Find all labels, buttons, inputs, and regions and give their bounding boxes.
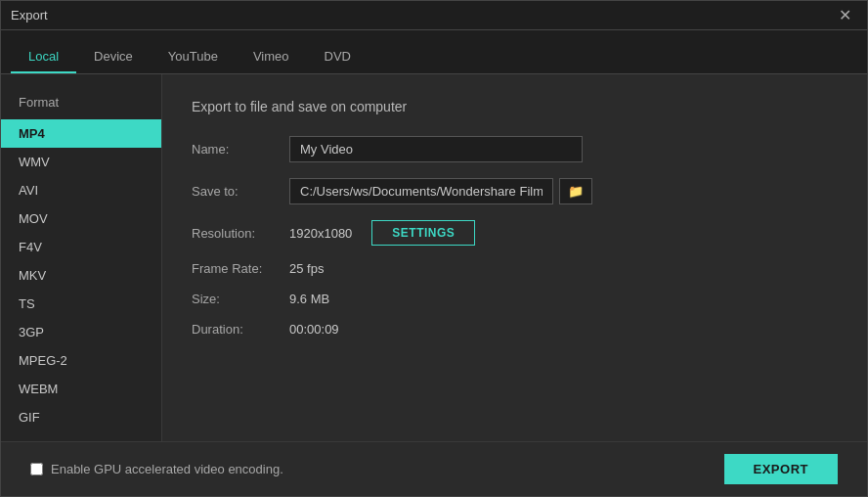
tab-youtube[interactable]: YouTube <box>151 41 236 73</box>
frame-rate-row: Frame Rate: 25 fps <box>192 261 838 276</box>
duration-value: 00:00:09 <box>289 322 339 337</box>
folder-icon: 📁 <box>568 184 584 199</box>
tab-local[interactable]: Local <box>11 41 76 73</box>
path-input[interactable] <box>289 178 553 204</box>
path-row: 📁 <box>289 178 592 204</box>
tab-bar: Local Device YouTube Vimeo DVD <box>1 30 867 74</box>
sidebar-item-ts[interactable]: TS <box>1 290 161 318</box>
main-title: Export to file and save on computer <box>192 99 838 114</box>
duration-label: Duration: <box>192 322 289 337</box>
bottom-bar: Enable GPU accelerated video encoding. E… <box>1 441 867 496</box>
sidebar-item-mpeg2[interactable]: MPEG-2 <box>1 346 161 375</box>
sidebar-item-mp4[interactable]: MP4 <box>1 119 161 148</box>
sidebar-item-f4v[interactable]: F4V <box>1 233 161 261</box>
name-row: Name: <box>192 136 838 162</box>
resolution-label: Resolution: <box>192 226 289 241</box>
sidebar-item-mp3[interactable]: MP3 <box>1 431 161 441</box>
title-bar: Export ✕ <box>1 1 867 30</box>
size-label: Size: <box>192 292 289 306</box>
main-content: Export to file and save on computer Name… <box>162 74 867 441</box>
resolution-row: Resolution: 1920x1080 SETTINGS <box>192 220 838 246</box>
export-window: Export ✕ Local Device YouTube Vimeo DVD … <box>0 0 868 497</box>
tab-device[interactable]: Device <box>76 41 151 73</box>
duration-row: Duration: 00:00:09 <box>192 322 838 337</box>
sidebar-item-avi[interactable]: AVI <box>1 176 161 204</box>
size-value: 9.6 MB <box>289 292 329 306</box>
gpu-label: Enable GPU accelerated video encoding. <box>51 462 283 476</box>
format-sidebar: Format MP4 WMV AVI MOV F4V MKV TS 3GP MP… <box>1 74 162 441</box>
name-input[interactable] <box>289 136 583 162</box>
size-row: Size: 9.6 MB <box>192 292 838 306</box>
close-button[interactable]: ✕ <box>833 6 857 25</box>
name-label: Name: <box>192 142 289 157</box>
window-title: Export <box>11 8 48 23</box>
browse-folder-button[interactable]: 📁 <box>559 178 592 204</box>
sidebar-item-mov[interactable]: MOV <box>1 204 161 233</box>
sidebar-item-3gp[interactable]: 3GP <box>1 318 161 346</box>
save-to-label: Save to: <box>192 184 289 199</box>
sidebar-item-gif[interactable]: GIF <box>1 403 161 431</box>
resolution-value-row: 1920x1080 SETTINGS <box>289 220 475 246</box>
tab-dvd[interactable]: DVD <box>307 41 369 73</box>
frame-rate-label: Frame Rate: <box>192 261 289 276</box>
sidebar-item-mkv[interactable]: MKV <box>1 261 161 290</box>
sidebar-item-webm[interactable]: WEBM <box>1 375 161 403</box>
save-to-row: Save to: 📁 <box>192 178 838 204</box>
sidebar-item-wmv[interactable]: WMV <box>1 148 161 176</box>
tab-vimeo[interactable]: Vimeo <box>236 41 307 73</box>
settings-button[interactable]: SETTINGS <box>371 220 475 246</box>
content-area: Format MP4 WMV AVI MOV F4V MKV TS 3GP MP… <box>1 74 867 441</box>
gpu-row: Enable GPU accelerated video encoding. <box>30 462 283 476</box>
frame-rate-value: 25 fps <box>289 261 324 276</box>
gpu-checkbox[interactable] <box>30 463 43 475</box>
export-button[interactable]: EXPORT <box>724 454 838 484</box>
resolution-value: 1920x1080 <box>289 226 352 241</box>
format-label: Format <box>1 89 161 119</box>
